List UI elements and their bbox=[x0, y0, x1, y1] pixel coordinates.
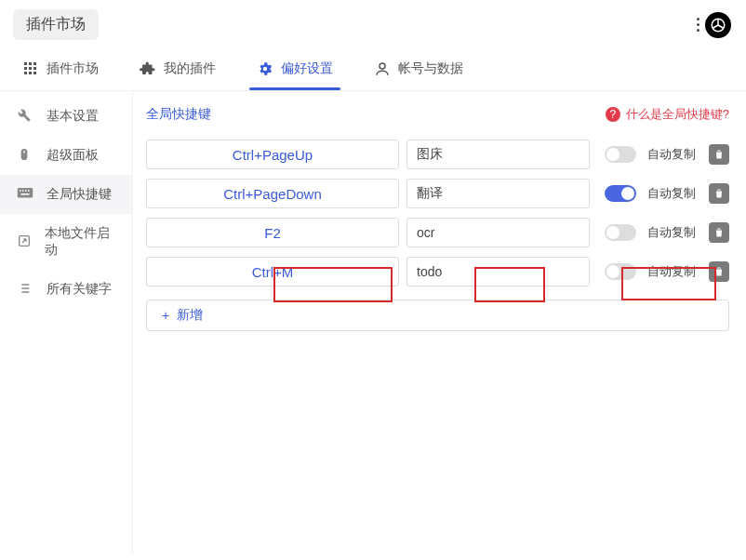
shortcut-row: 自动复制 bbox=[146, 179, 729, 208]
tab-label: 插件市场 bbox=[47, 60, 99, 77]
apps-icon bbox=[22, 60, 39, 77]
more-dots-icon[interactable] bbox=[697, 18, 699, 32]
shortcut-row: 自动复制 bbox=[146, 257, 729, 287]
auto-copy-toggle[interactable] bbox=[605, 185, 636, 202]
delete-button[interactable] bbox=[709, 144, 729, 165]
settings-sidebar: 基本设置 超级面板 全局快捷键 本地文件启动 所有关键字 bbox=[0, 91, 133, 554]
delete-button[interactable] bbox=[709, 183, 729, 204]
page-title: 插件市场 bbox=[26, 16, 86, 32]
plus-icon: + bbox=[162, 308, 169, 323]
tab-label: 我的插件 bbox=[164, 60, 216, 77]
svg-rect-2 bbox=[29, 62, 32, 65]
svg-rect-12 bbox=[23, 151, 24, 153]
auto-copy-toggle[interactable] bbox=[605, 146, 636, 163]
puzzle-icon bbox=[140, 60, 156, 77]
shortcut-key-input[interactable] bbox=[146, 218, 399, 247]
tab-account[interactable]: 帐号与数据 bbox=[370, 51, 467, 90]
app-logo bbox=[705, 12, 731, 38]
help-link[interactable]: ? 什么是全局快捷键? bbox=[606, 106, 729, 123]
svg-rect-16 bbox=[25, 190, 27, 192]
auto-copy-label: 自动复制 bbox=[647, 146, 696, 163]
sidebar-item-basic[interactable]: 基本设置 bbox=[0, 97, 132, 136]
page-title-chip: 插件市场 bbox=[13, 9, 99, 40]
svg-rect-14 bbox=[20, 190, 21, 192]
shortcut-keyword-input[interactable] bbox=[406, 218, 590, 247]
svg-point-10 bbox=[380, 63, 385, 69]
svg-rect-7 bbox=[24, 72, 27, 74]
tab-label: 帐号与数据 bbox=[398, 60, 463, 77]
shortcut-rows: 自动复制 自动复制 自动复制 bbox=[146, 140, 729, 331]
svg-rect-4 bbox=[24, 67, 27, 70]
content-header: 全局快捷键 ? 什么是全局快捷键? bbox=[146, 106, 729, 123]
header: 插件市场 bbox=[0, 0, 746, 46]
shortcut-key-input[interactable] bbox=[146, 140, 399, 169]
svg-rect-18 bbox=[21, 193, 30, 195]
list-icon bbox=[17, 281, 33, 298]
content-panel: 全局快捷键 ? 什么是全局快捷键? 自动复制 自动 bbox=[133, 91, 746, 554]
add-label: 新增 bbox=[177, 307, 203, 324]
svg-rect-8 bbox=[29, 72, 32, 74]
auto-copy-toggle[interactable] bbox=[605, 263, 636, 280]
svg-rect-11 bbox=[21, 149, 28, 160]
shortcut-keyword-input[interactable] bbox=[406, 179, 590, 208]
sidebar-item-label: 所有关键字 bbox=[47, 281, 112, 298]
sidebar-item-label: 本地文件启动 bbox=[45, 225, 115, 259]
auto-copy-toggle[interactable] bbox=[605, 224, 636, 241]
shortcut-keyword-input[interactable] bbox=[406, 140, 590, 169]
mouse-icon bbox=[17, 147, 33, 164]
tab-prefs[interactable]: 偏好设置 bbox=[253, 51, 337, 90]
sidebar-item-label: 超级面板 bbox=[47, 147, 99, 164]
auto-copy-label: 自动复制 bbox=[647, 263, 696, 280]
auto-copy-label: 自动复制 bbox=[647, 185, 696, 202]
svg-rect-17 bbox=[28, 190, 30, 192]
gear-icon bbox=[257, 60, 273, 77]
user-icon bbox=[374, 60, 391, 77]
tab-label: 偏好设置 bbox=[281, 60, 333, 77]
svg-rect-13 bbox=[18, 188, 33, 198]
help-label: 什么是全局快捷键? bbox=[626, 106, 729, 123]
launch-icon bbox=[17, 233, 32, 250]
content-title: 全局快捷键 bbox=[146, 106, 211, 123]
delete-button[interactable] bbox=[709, 222, 729, 243]
svg-rect-15 bbox=[22, 190, 24, 192]
tab-market[interactable]: 插件市场 bbox=[19, 51, 102, 90]
shortcut-row: 自动复制 bbox=[146, 140, 729, 169]
delete-button[interactable] bbox=[709, 261, 729, 282]
sidebar-item-label: 基本设置 bbox=[47, 108, 99, 125]
svg-rect-5 bbox=[29, 67, 32, 70]
shortcut-keyword-input[interactable] bbox=[406, 257, 590, 287]
add-shortcut-button[interactable]: + 新增 bbox=[146, 300, 729, 331]
shortcut-row: 自动复制 bbox=[146, 218, 729, 247]
question-icon: ? bbox=[606, 107, 620, 122]
shortcut-key-input[interactable] bbox=[146, 179, 399, 208]
main-tabs: 插件市场 我的插件 偏好设置 帐号与数据 bbox=[0, 51, 746, 91]
auto-copy-label: 自动复制 bbox=[647, 224, 696, 241]
svg-rect-6 bbox=[33, 67, 36, 70]
svg-rect-3 bbox=[33, 62, 36, 65]
wrench-icon bbox=[17, 108, 33, 125]
shortcut-key-input[interactable] bbox=[146, 257, 399, 287]
keyboard-icon bbox=[17, 186, 33, 203]
sidebar-item-label: 全局快捷键 bbox=[47, 186, 112, 203]
svg-rect-9 bbox=[33, 72, 36, 74]
main-area: 基本设置 超级面板 全局快捷键 本地文件启动 所有关键字 bbox=[0, 91, 746, 554]
sidebar-item-shortcuts[interactable]: 全局快捷键 bbox=[0, 175, 132, 214]
svg-rect-1 bbox=[24, 62, 27, 65]
tab-mine[interactable]: 我的插件 bbox=[136, 51, 220, 90]
sidebar-item-local[interactable]: 本地文件启动 bbox=[0, 214, 132, 270]
logo-area bbox=[697, 12, 731, 38]
sidebar-item-panel[interactable]: 超级面板 bbox=[0, 136, 132, 175]
sidebar-item-keywords[interactable]: 所有关键字 bbox=[0, 270, 132, 309]
